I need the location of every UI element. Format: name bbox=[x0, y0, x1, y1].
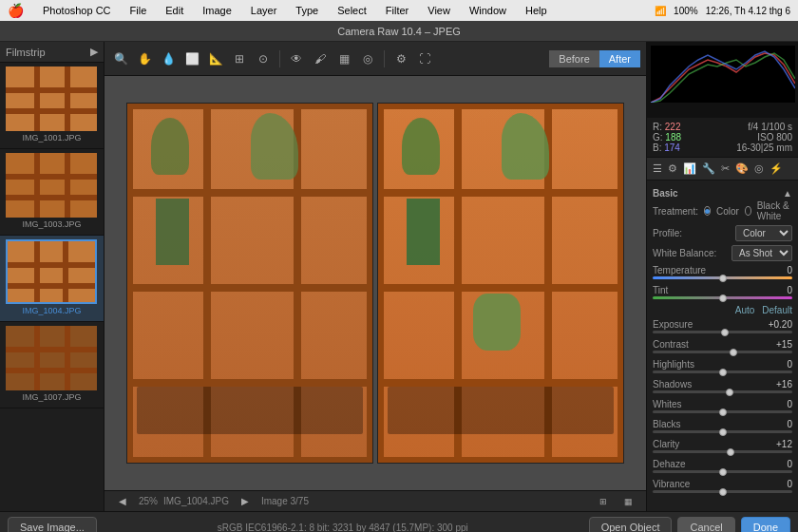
apple-menu[interactable]: 🍎 bbox=[8, 3, 24, 18]
clarity-slider[interactable] bbox=[653, 450, 792, 453]
panel-tool-1[interactable]: ☰ bbox=[651, 161, 664, 177]
temp-label: Temperature bbox=[653, 265, 706, 276]
menu-help[interactable]: Help bbox=[522, 5, 551, 16]
menu-select[interactable]: Select bbox=[333, 5, 370, 16]
menu-type[interactable]: Type bbox=[292, 5, 322, 16]
tint-slider[interactable] bbox=[653, 296, 792, 299]
dehaze-slider[interactable] bbox=[653, 470, 792, 473]
shadows-adj: Shadows +16 bbox=[653, 379, 792, 393]
before-after-toggle: Before After bbox=[549, 50, 640, 67]
battery-level: 100% bbox=[674, 6, 698, 16]
clarity-value: +12 bbox=[769, 439, 792, 449]
filmstrip-item-1004[interactable]: IMG_1004.JPG bbox=[0, 236, 104, 322]
blacks-slider[interactable] bbox=[653, 430, 792, 433]
done-button[interactable]: Done bbox=[741, 517, 790, 533]
exposure-slider[interactable] bbox=[653, 331, 792, 333]
shadows-slider[interactable] bbox=[653, 390, 792, 393]
next-image-btn[interactable]: ▶ bbox=[235, 491, 256, 512]
thumb-label-1007: IMG_1007.JPG bbox=[6, 390, 98, 404]
cancel-button[interactable]: Cancel bbox=[677, 517, 734, 533]
open-object-button[interactable]: Open Object bbox=[589, 517, 673, 533]
transform-tool[interactable]: ⊞ bbox=[229, 48, 250, 69]
r-value: 222 bbox=[665, 122, 681, 132]
section-collapse-icon[interactable]: ▲ bbox=[783, 188, 792, 199]
filmstrip-panel: Filmstrip ▶ IMG_1001.JPG bbox=[0, 42, 104, 511]
clarity-label: Clarity bbox=[653, 439, 679, 449]
wifi-icon: 📶 bbox=[655, 6, 666, 16]
contrast-value: +15 bbox=[769, 339, 792, 350]
tint-label: Tint bbox=[653, 285, 668, 295]
straighten-tool[interactable]: 📐 bbox=[205, 48, 226, 69]
hand-tool[interactable]: ✋ bbox=[134, 48, 155, 69]
adjustment-brush[interactable]: 🖌 bbox=[310, 48, 331, 69]
preferences-btn[interactable]: ⚙ bbox=[390, 48, 411, 69]
contrast-slider[interactable] bbox=[653, 351, 792, 353]
auto-default-row: Auto Default bbox=[653, 305, 792, 315]
default-btn[interactable]: Default bbox=[762, 305, 792, 315]
b-value: 174 bbox=[664, 142, 680, 153]
spot-heal-tool[interactable]: ⊙ bbox=[253, 48, 274, 69]
shadows-value: +16 bbox=[769, 379, 792, 390]
profile-select[interactable]: Color bbox=[735, 225, 792, 241]
profile-row: Profile: Color bbox=[653, 225, 792, 241]
menu-filter[interactable]: Filter bbox=[382, 5, 412, 16]
status-info: sRGB IEC61966-2.1: 8 bit: 3231 by 4847 (… bbox=[218, 522, 468, 533]
menu-view[interactable]: View bbox=[424, 5, 454, 16]
panel-tool-4[interactable]: 🔧 bbox=[700, 161, 717, 177]
crop-tool[interactable]: ⬜ bbox=[181, 48, 202, 69]
filmstrip-scroll[interactable]: IMG_1001.JPG IMG_1003.JPG IMG_ bbox=[0, 63, 104, 511]
panel-tool-5[interactable]: ✂ bbox=[719, 161, 732, 177]
wb-tool[interactable]: 💧 bbox=[158, 48, 179, 69]
fullscreen-btn[interactable]: ⛶ bbox=[414, 48, 435, 69]
tools-toolbar: 🔍 ✋ 💧 ⬜ 📐 ⊞ ⊙ 👁 🖌 ▦ ◎ ⚙ ⛶ Before After bbox=[104, 42, 646, 76]
exposure-label: Exposure bbox=[653, 319, 693, 330]
auto-btn[interactable]: Auto bbox=[735, 305, 755, 315]
filmstrip-item-1003[interactable]: IMG_1003.JPG bbox=[0, 149, 104, 236]
canvas-area bbox=[104, 76, 646, 490]
after-button[interactable]: After bbox=[599, 50, 640, 67]
filmstrip-collapse-icon[interactable]: ▶ bbox=[90, 46, 98, 58]
menu-file[interactable]: File bbox=[126, 5, 151, 16]
highlights-slider[interactable] bbox=[653, 370, 792, 373]
window-title: Camera Raw 10.4 – JPEG bbox=[337, 26, 461, 37]
menu-window[interactable]: Window bbox=[466, 5, 510, 16]
tool-sep-2 bbox=[384, 50, 385, 67]
menu-image[interactable]: Image bbox=[199, 5, 236, 16]
filmstrip-item-1007[interactable]: IMG_1007.JPG bbox=[0, 322, 104, 408]
grid-btn[interactable]: ▦ bbox=[618, 491, 638, 512]
redeye-tool[interactable]: 👁 bbox=[286, 48, 307, 69]
exposure-info: f/4 1/100 s bbox=[748, 122, 792, 132]
panel-tool-7[interactable]: ◎ bbox=[752, 161, 766, 177]
menubar: 🍎 Photoshop CC File Edit Image Layer Typ… bbox=[0, 0, 798, 21]
gradient-filter[interactable]: ▦ bbox=[333, 48, 354, 69]
panel-tool-3[interactable]: 📊 bbox=[681, 161, 698, 177]
bw-radio[interactable] bbox=[745, 206, 751, 216]
vibrance-slider[interactable] bbox=[653, 490, 792, 493]
shadows-label: Shadows bbox=[653, 379, 692, 390]
prev-image-btn[interactable]: ◀ bbox=[112, 491, 133, 512]
menu-layer[interactable]: Layer bbox=[247, 5, 281, 16]
action-bar: Save Image... sRGB IEC61966-2.1: 8 bit: … bbox=[0, 511, 798, 532]
filmstrip-item-1001[interactable]: IMG_1001.JPG bbox=[0, 63, 104, 149]
temp-value: 0 bbox=[769, 265, 792, 276]
temperature-slider[interactable] bbox=[653, 276, 792, 279]
panel-tool-6[interactable]: 🎨 bbox=[733, 161, 750, 177]
whites-label: Whites bbox=[653, 399, 682, 409]
fit-page-btn[interactable]: ⊞ bbox=[593, 491, 614, 512]
before-button[interactable]: Before bbox=[549, 50, 598, 67]
save-image-button[interactable]: Save Image... bbox=[8, 517, 97, 533]
menu-edit[interactable]: Edit bbox=[162, 5, 187, 16]
wb-select[interactable]: As Shot bbox=[732, 245, 792, 261]
thumb-label-1001: IMG_1001.JPG bbox=[6, 131, 98, 144]
after-photo-panel bbox=[377, 103, 624, 464]
after-image bbox=[378, 104, 623, 463]
color-radio[interactable] bbox=[704, 206, 711, 216]
radial-filter[interactable]: ◎ bbox=[357, 48, 378, 69]
whites-slider[interactable] bbox=[653, 410, 792, 413]
panel-tool-2[interactable]: ⚙ bbox=[666, 161, 679, 177]
zoom-level: 25% bbox=[139, 496, 158, 506]
menu-app[interactable]: Photoshop CC bbox=[39, 5, 115, 16]
zoom-tool[interactable]: 🔍 bbox=[110, 48, 131, 69]
rgb-readout: R: 222 f/4 1/100 s G: 188 ISO 800 B: 174… bbox=[647, 118, 798, 158]
panel-tool-8[interactable]: ⚡ bbox=[768, 161, 785, 177]
